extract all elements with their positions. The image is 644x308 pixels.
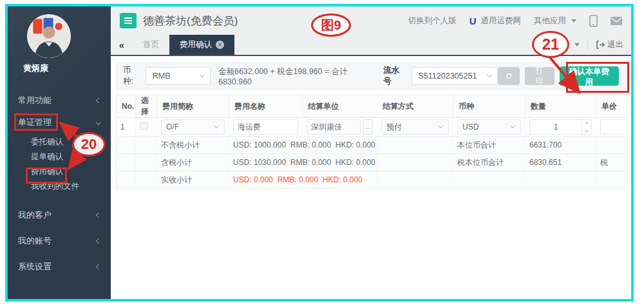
refresh-button[interactable] (498, 67, 520, 85)
other-apps-menu[interactable]: 其他应用 (534, 15, 576, 26)
collapse-tabs-icon[interactable]: « (111, 35, 133, 55)
sidebar-item-label: 系统设置 (18, 261, 52, 273)
currency-value: RMB (153, 72, 171, 81)
subtotal-amounts: USD: 1030.000 RMB: 0.000 HKD: 0.000 (229, 154, 377, 171)
print-button[interactable]: 打印 (525, 67, 554, 85)
refresh-icon (506, 72, 512, 81)
sidebar-item-label: 我的账号 (18, 235, 52, 247)
more-options-button[interactable]: … (363, 119, 373, 135)
sidebar: 黄炳康 常用功能 单证管理 委托确认 提单确认 费用确认 我收到的文件 我的客户 (8, 6, 111, 299)
stepper-down-button[interactable] (582, 127, 591, 134)
page-title: 德善茶坊(免费会员) (143, 14, 238, 28)
serial-label: 流水号 (383, 65, 406, 87)
chevron-left-icon (96, 213, 101, 218)
tab-fee-confirm[interactable]: 费用确认 × (169, 35, 234, 55)
currency-select[interactable]: RMB (146, 67, 211, 85)
freight-net-label: 通用运费网 (481, 15, 522, 26)
col-header-settle-unit: 结算单位 (303, 95, 377, 118)
row-currency-value: USD (462, 122, 478, 131)
subtotal-amounts: USD: 1000.000 RMB: 0.000 HKD: 0.000 (229, 137, 377, 154)
col-header-currency: 币种 (453, 95, 526, 118)
tab-bar: « 首页 费用确认 × 更多操作 退出 (111, 35, 631, 56)
currency-label: 币种: (123, 65, 140, 87)
table-header-row: No. 选择 费用简称 费用名称 结算单位 结算方式 币种 数量 单价 (117, 95, 627, 118)
col-header-fee-name: 费用名称 (229, 95, 303, 118)
quantity-value: 1 (530, 120, 582, 134)
tax-base-total-label: 税本位币合计 (453, 154, 526, 171)
col-header-unit-price: 单价 (596, 95, 627, 118)
fee-row: 1 O/F … (117, 118, 627, 137)
unit-price-input[interactable] (600, 119, 626, 135)
chevron-down-icon (96, 120, 101, 125)
settle-mode-value: 预付 (386, 122, 402, 131)
col-header-fee-code: 费用简称 (157, 95, 229, 118)
settle-mode-select[interactable]: 预付 (381, 119, 449, 135)
confirm-fee-button[interactable]: 确认本单费用 (560, 66, 619, 86)
fee-table: No. 选择 费用简称 费用名称 结算单位 结算方式 币种 数量 单价 1 (116, 95, 626, 189)
serial-select[interactable]: S511202305251 (412, 67, 498, 85)
freight-net-link[interactable]: U 通用运费网 (469, 15, 521, 26)
col-header-qty: 数量 (526, 95, 596, 118)
chevron-down-icon (200, 72, 205, 77)
sidebar-item-document-management[interactable]: 单证管理 (8, 111, 111, 133)
sidebar-item-received-files[interactable]: 我收到的文件 (8, 179, 111, 194)
settle-unit-input[interactable] (307, 119, 361, 135)
sidebar-item-common-functions[interactable]: 常用功能 (8, 90, 111, 111)
fee-table-wrap: No. 选择 费用简称 费用名称 结算单位 结算方式 币种 数量 单价 1 (116, 95, 626, 189)
col-header-settle-mode: 结算方式 (377, 95, 453, 118)
sidebar-submenu: 委托确认 提单确认 费用确认 我收到的文件 (8, 133, 111, 198)
row-checkbox[interactable] (140, 122, 148, 130)
stepper-up-button[interactable] (582, 120, 591, 127)
quantity-stepper[interactable]: 1 (529, 119, 592, 135)
chevron-down-icon (486, 72, 491, 77)
subtotal-extra (596, 137, 627, 154)
row-no: 1 (117, 118, 136, 137)
subtotal-row-excl-tax: 不含税小计 USD: 1000.000 RMB: 0.000 HKD: 0.00… (117, 137, 627, 154)
close-icon[interactable]: × (216, 41, 224, 49)
switch-personal-link[interactable]: 切换到个人版 (408, 15, 457, 26)
other-apps-label: 其他应用 (534, 15, 566, 26)
fee-name-input[interactable] (233, 119, 298, 135)
sidebar-item-system-settings[interactable]: 系统设置 (8, 256, 111, 278)
tab-label: 费用确认 (180, 39, 212, 50)
logout-button[interactable]: 退出 (596, 39, 623, 50)
sidebar-item-label: 单证管理 (18, 117, 52, 128)
sidebar-item-my-customers[interactable]: 我的客户 (8, 204, 111, 226)
subtotal-row-received: 实收小计 USD: 0.000 RMB: 0.000 HKD: 0.000 (117, 171, 627, 189)
subtotal-extra: 税 (596, 154, 627, 171)
divider (587, 40, 588, 50)
caret-down-icon (571, 19, 576, 23)
sidebar-username: 黄炳康 (23, 63, 111, 74)
sidebar-item-label: 我的客户 (18, 209, 52, 221)
logout-icon (596, 41, 605, 49)
sidebar-item-fee-confirm[interactable]: 费用确认 (8, 164, 111, 179)
tab-home[interactable]: 首页 (133, 35, 169, 55)
fee-toolbar: 币种: RMB 金额6632.000 + 税金198.960 = 合计6830.… (116, 63, 626, 90)
content-area: 币种: RMB 金额6632.000 + 税金198.960 = 合计6830.… (111, 56, 631, 299)
app-window: 黄炳康 常用功能 单证管理 委托确认 提单确认 费用确认 我收到的文件 我的客户 (5, 4, 634, 302)
sidebar-item-my-account[interactable]: 我的账号 (8, 230, 111, 252)
logout-label: 退出 (607, 39, 623, 50)
chevron-left-icon (96, 238, 101, 244)
fee-code-select[interactable]: O/F (161, 119, 225, 135)
sidebar-item-bl-confirm[interactable]: 提单确认 (8, 149, 111, 164)
mobile-icon[interactable] (589, 15, 598, 27)
base-currency-total-value: 6631.700 (526, 137, 596, 154)
chevron-left-icon (96, 98, 101, 103)
subtotal-amounts: USD: 0.000 RMB: 0.000 HKD: 0.000 (229, 171, 377, 189)
amount-summary: 金额6632.000 + 税金198.960 = 合计6830.960 (218, 66, 372, 86)
menu-toggle-button[interactable] (120, 13, 137, 28)
more-actions-label: 更多操作 (537, 39, 569, 50)
chevron-down-icon (214, 123, 219, 128)
subtotal-row-incl-tax: 含税小计 USD: 1030.000 RMB: 0.000 HKD: 0.000… (117, 154, 627, 171)
col-header-select: 选择 (136, 95, 157, 118)
serial-value: S511202305251 (419, 72, 477, 81)
col-header-no: No. (117, 95, 136, 118)
avatar (27, 14, 71, 58)
sidebar-item-entrust-confirm[interactable]: 委托确认 (8, 135, 111, 149)
mail-icon[interactable] (611, 17, 622, 25)
sidebar-menu: 常用功能 单证管理 委托确认 提单确认 费用确认 我收到的文件 我的客户 我的账… (8, 90, 111, 278)
row-currency-select[interactable]: USD (457, 119, 521, 135)
top-header: 德善茶坊(免费会员) 切换到个人版 U 通用运费网 其他应用 (111, 6, 631, 35)
more-actions-menu[interactable]: 更多操作 (537, 39, 580, 50)
